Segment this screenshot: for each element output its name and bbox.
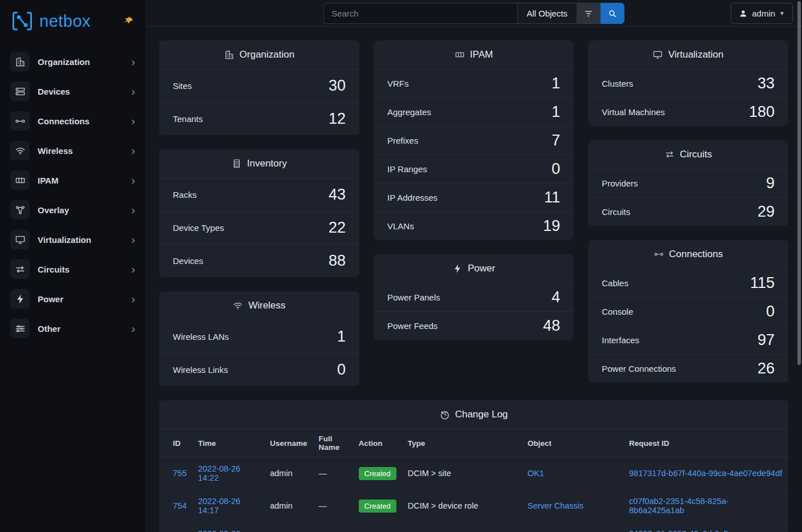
stat-label: Power Panels <box>387 293 440 302</box>
chevron-right-icon: › <box>131 145 135 156</box>
card-title: Change Log <box>455 409 508 420</box>
sidebar-item-virtualization[interactable]: Virtualization › <box>0 225 145 254</box>
card-organization: Organization Sites 30 Tenants 12 <box>159 40 359 135</box>
stat-label: Device Types <box>173 223 224 233</box>
user-menu-button[interactable]: admin ▼ <box>731 3 793 24</box>
stat-value: 33 <box>758 75 775 92</box>
stat-power-panels[interactable]: Power Panels 4 <box>374 283 574 311</box>
search-input[interactable] <box>323 3 517 24</box>
sidebar-item-label: Devices <box>38 87 70 96</box>
sidebar-item-label: Virtualization <box>38 235 91 245</box>
sidebar-item-connections[interactable]: Connections › <box>0 106 145 136</box>
change-full-name: — <box>313 522 353 532</box>
stat-label: VRFs <box>387 79 409 88</box>
card-header: Virtualization <box>588 40 788 69</box>
stat-label: Devices <box>173 256 203 266</box>
stat-virtual-machines[interactable]: Virtual Machines 180 <box>588 98 788 126</box>
virtualization-icon <box>10 230 30 249</box>
stat-interfaces[interactable]: Interfaces 97 <box>588 326 788 354</box>
card-title: Organization <box>240 49 294 60</box>
stat-vlans[interactable]: VLANs 19 <box>374 212 574 240</box>
stat-aggregates[interactable]: Aggregates 1 <box>374 98 574 126</box>
sidebar-item-power[interactable]: Power › <box>0 284 145 314</box>
filter-button[interactable] <box>577 3 601 24</box>
pin-sidebar-icon[interactable] <box>123 15 135 27</box>
stat-wireless-links[interactable]: Wireless Links 0 <box>159 353 359 386</box>
sidebar-item-organization[interactable]: Organization › <box>0 47 145 76</box>
change-time-link[interactable]: 2022-08-26 14:15 <box>198 529 240 532</box>
sidebar-nav: Organization › Devices › <box>0 43 145 343</box>
stat-value: 180 <box>749 103 775 121</box>
sidebar-item-wireless[interactable]: Wireless › <box>0 136 145 165</box>
request-id-link[interactable]: 24807c61-9952-49c6-b8a5-69760bfcc4b3 <box>629 529 731 532</box>
stat-label: Wireless Links <box>173 365 228 375</box>
stat-value: 12 <box>329 110 346 128</box>
request-id-link[interactable]: 9817317d-b67f-440a-99ca-4ae07ede94df <box>629 469 782 478</box>
sidebar-item-devices[interactable]: Devices › <box>0 76 145 106</box>
change-time-link[interactable]: 2022-08-26 14:17 <box>198 497 240 515</box>
table-row: 755 2022-08-26 14:22 admin — Created DCI… <box>159 457 788 490</box>
stat-ip-addresses[interactable]: IP Addresses 11 <box>374 183 574 212</box>
stat-power-feeds[interactable]: Power Feeds 48 <box>374 311 574 340</box>
sidebar-item-circuits[interactable]: Circuits › <box>0 254 145 284</box>
scrollbar[interactable] <box>797 1 801 365</box>
user-label: admin <box>752 9 775 18</box>
search-scope-dropdown[interactable]: All Objects <box>517 3 577 24</box>
card-title: Circuits <box>680 149 712 160</box>
dashboard-content: Organization Sites 30 Tenants 12 <box>145 27 802 532</box>
stat-label: Wireless LANs <box>173 332 229 342</box>
stat-cables[interactable]: Cables 115 <box>588 269 788 297</box>
chevron-right-icon: › <box>131 293 135 304</box>
stat-label: Providers <box>602 178 638 188</box>
request-id-link[interactable]: c07f0ab2-2351-4c58-825a-8b6a2425a1ab <box>629 497 729 515</box>
stat-value: 22 <box>329 219 346 237</box>
table-row: 754 2022-08-26 14:17 admin — Created DCI… <box>159 490 788 522</box>
brand-name[interactable]: netbox <box>39 12 91 31</box>
table-row: 753 2022-08-26 14:15 admin — Created DCI… <box>159 522 788 532</box>
stat-ip-ranges[interactable]: IP Ranges 0 <box>374 155 574 183</box>
change-time-link[interactable]: 2022-08-26 14:22 <box>198 464 240 482</box>
stat-console[interactable]: Console 0 <box>588 297 788 326</box>
chevron-right-icon: › <box>131 323 135 334</box>
stat-label: IP Ranges <box>387 164 427 174</box>
card-circuits: Circuits Providers 9 Circuits 29 <box>588 140 788 226</box>
change-object-link[interactable]: OK1 <box>528 469 544 478</box>
caret-down-icon: ▼ <box>779 10 785 17</box>
stat-sites[interactable]: Sites 30 <box>159 69 359 102</box>
chevron-right-icon: › <box>131 174 135 186</box>
netbox-logo-icon[interactable] <box>10 10 34 32</box>
stat-value: 88 <box>329 252 346 270</box>
stat-vrfs[interactable]: VRFs 1 <box>374 69 574 98</box>
change-object-link[interactable]: Server Chassis <box>528 501 584 510</box>
global-search: All Objects <box>323 3 625 24</box>
stat-label: Power Connections <box>602 364 676 373</box>
stat-device-types[interactable]: Device Types 22 <box>159 211 359 244</box>
sidebar-item-other[interactable]: Other › <box>0 314 145 343</box>
stat-prefixes[interactable]: Prefixes 7 <box>374 126 574 155</box>
change-id-link[interactable]: 755 <box>173 469 187 478</box>
connections-icon <box>654 249 664 259</box>
stat-wireless-lans[interactable]: Wireless LANs 1 <box>159 320 359 353</box>
stat-power-connections[interactable]: Power Connections 26 <box>588 354 788 383</box>
search-submit-button[interactable] <box>601 3 625 24</box>
stat-value: 97 <box>758 331 775 349</box>
stat-devices[interactable]: Devices 88 <box>159 244 359 277</box>
devices-icon <box>10 82 30 101</box>
stat-racks[interactable]: Racks 43 <box>159 178 359 211</box>
stat-circuits[interactable]: Circuits 29 <box>588 197 788 226</box>
sidebar-item-ipam[interactable]: IPAM › <box>0 165 145 195</box>
stat-clusters[interactable]: Clusters 33 <box>588 69 788 98</box>
stat-value: 1 <box>337 328 346 346</box>
stat-value: 11 <box>544 189 560 206</box>
stat-tenants[interactable]: Tenants 12 <box>159 102 359 135</box>
card-header: Change Log <box>159 400 788 429</box>
stat-value: 4 <box>552 289 560 306</box>
change-id-link[interactable]: 754 <box>173 501 187 510</box>
card-header: Connections <box>588 240 788 269</box>
sidebar-item-overlay[interactable]: Overlay › <box>0 195 145 225</box>
stat-providers[interactable]: Providers 9 <box>588 169 788 197</box>
card-connections: Connections Cables 115 Console 0 Interfa… <box>588 240 788 383</box>
stat-label: Aggregates <box>387 107 431 117</box>
change-full-name: — <box>313 457 353 490</box>
stat-label: Circuits <box>602 207 630 217</box>
